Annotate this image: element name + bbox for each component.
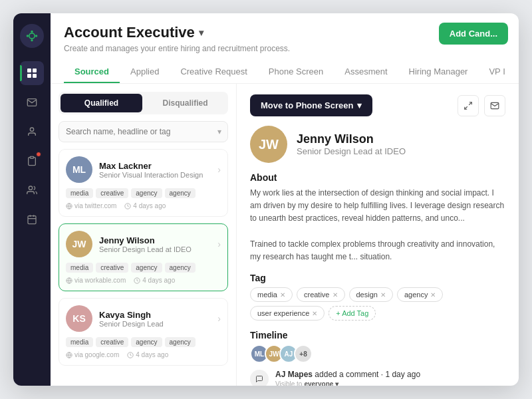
candidate-meta-jenny: via workable.com 4 days ago xyxy=(66,277,221,284)
svg-point-9 xyxy=(30,128,33,131)
remove-tag-agency[interactable]: ✕ xyxy=(430,291,436,299)
tags-section: Tag media ✕ creative ✕ design ✕ agency ✕… xyxy=(250,273,505,321)
sidebar-item-tasks[interactable] xyxy=(20,149,44,173)
svg-rect-8 xyxy=(33,74,37,78)
about-section: About My work lies at the intersection o… xyxy=(250,172,505,263)
candidate-name-kavya: Kavya Singh xyxy=(99,310,211,320)
candidate-card-jenny[interactable]: JW Jenny Wilson Senior Design Lead at ID… xyxy=(59,223,228,291)
svg-line-26 xyxy=(465,106,467,109)
timeline-avatars: ML JW AJ +8 xyxy=(250,344,505,363)
tag-agency1: agency xyxy=(131,188,162,198)
tab-sourced[interactable]: Sourced xyxy=(64,61,120,83)
timeline-more-badge: +8 xyxy=(294,344,313,363)
detail-panel: Move to Phone Screen ▾ JW xyxy=(237,84,519,386)
detail-tag-media: media ✕ xyxy=(250,287,293,302)
candidate-tags-kavya: media creative agency agency xyxy=(66,337,221,347)
svg-rect-12 xyxy=(28,216,36,224)
title-chevron-icon[interactable]: ▾ xyxy=(199,27,203,38)
svg-line-25 xyxy=(469,102,471,104)
sidebar-item-calendar[interactable] xyxy=(20,207,44,231)
filter-toggle-group: Qualified Disqualified xyxy=(59,92,228,114)
tag-creative: creative xyxy=(96,188,128,198)
move-chevron-icon: ▾ xyxy=(357,100,362,110)
remove-tag-design[interactable]: ✕ xyxy=(380,291,386,299)
tab-phone[interactable]: Phone Screen xyxy=(258,61,334,83)
svg-point-2 xyxy=(31,39,33,41)
candidate-title-jenny: Senior Design Lead at IDEO xyxy=(99,245,211,253)
profile-subtitle: Senior Design Lead at IDEO xyxy=(297,146,406,156)
timeline-entry-1: AJ Mapes added a comment · 1 day ago Vis… xyxy=(250,370,505,386)
svg-point-3 xyxy=(27,35,29,37)
profile-header: JW Jenny Wilson Senior Design Lead at ID… xyxy=(250,126,505,163)
tag-agency2: agency xyxy=(165,188,196,198)
svg-rect-7 xyxy=(27,74,31,78)
action-icons xyxy=(458,95,505,116)
candidate-card-max[interactable]: ML Max Lackner Senior Visual Interaction… xyxy=(59,149,228,217)
svg-rect-6 xyxy=(33,68,37,72)
detail-tags: media ✕ creative ✕ design ✕ agency ✕ use… xyxy=(250,287,505,321)
sidebar-item-grid[interactable] xyxy=(20,61,44,85)
svg-point-0 xyxy=(29,33,35,39)
tab-hiring[interactable]: Hiring Manager xyxy=(398,61,479,83)
about-text: My work lies at the intersection of desi… xyxy=(250,187,505,263)
candidate-name-jenny: Jenny Wilson xyxy=(99,235,211,245)
main-content: Add Cand... Account Executive ▾ Create a… xyxy=(51,13,519,386)
qualified-toggle[interactable]: Qualified xyxy=(61,94,142,112)
candidate-tags-max: media creative agency agency xyxy=(66,188,221,198)
email-icon[interactable] xyxy=(484,95,505,116)
search-input[interactable] xyxy=(59,121,228,142)
detail-tag-design: design ✕ xyxy=(349,287,393,302)
avatar-jenny: JW xyxy=(66,231,92,257)
candidate-tags-jenny: media creative agency agency xyxy=(66,263,221,273)
sidebar-item-team[interactable] xyxy=(20,178,44,202)
detail-tag-creative: creative ✕ xyxy=(297,287,345,302)
tab-vp[interactable]: VP Interview xyxy=(478,61,505,83)
svg-rect-10 xyxy=(30,156,33,158)
search-container: ▾ xyxy=(59,121,228,142)
card-chevron-jenny: › xyxy=(217,239,221,249)
candidate-title-kavya: Senior Design Lead xyxy=(99,320,211,328)
body-area: Qualified Disqualified ▾ ML Max Lackner … xyxy=(51,84,519,386)
candidate-name-max: Max Lackner xyxy=(99,161,211,171)
sidebar-item-profile[interactable] xyxy=(20,120,44,144)
add-tag-button[interactable]: + Add Tag xyxy=(329,306,376,321)
avatar-max: ML xyxy=(66,156,92,183)
add-candidate-button[interactable]: Add Cand... xyxy=(439,23,508,45)
card-chevron-max: › xyxy=(217,164,221,175)
move-to-phone-button[interactable]: Move to Phone Screen ▾ xyxy=(250,94,372,116)
sidebar-item-inbox[interactable] xyxy=(20,90,44,114)
candidates-panel: Qualified Disqualified ▾ ML Max Lackner … xyxy=(51,84,237,386)
tab-bar: Sourced Applied Creative Request Phone S… xyxy=(64,61,505,83)
tab-applied[interactable]: Applied xyxy=(120,61,170,83)
expand-icon[interactable] xyxy=(458,95,479,116)
about-title: About xyxy=(250,172,505,183)
disqualified-toggle[interactable]: Disqualified xyxy=(144,94,226,112)
page-title: Account Executive ▾ xyxy=(64,24,203,41)
search-chevron-icon: ▾ xyxy=(217,127,221,136)
sidebar-logo[interactable] xyxy=(20,24,44,48)
remove-tag-ux[interactable]: ✕ xyxy=(312,310,317,317)
candidate-meta-max: via twitter.com 4 days ago xyxy=(66,202,221,209)
avatar-kavya: KS xyxy=(66,305,92,332)
time-max: 4 days ago xyxy=(124,202,166,209)
timeline-title: Timeline xyxy=(250,330,505,340)
detail-action-bar: Move to Phone Screen ▾ xyxy=(250,94,505,116)
svg-rect-5 xyxy=(27,68,31,72)
tab-creative[interactable]: Creative Request xyxy=(170,61,257,83)
tag-section-title: Tag xyxy=(250,273,505,283)
detail-tag-ux: user experience ✕ xyxy=(250,306,325,321)
remove-tag-media[interactable]: ✕ xyxy=(280,291,285,299)
candidate-card-kavya[interactable]: KS Kavya Singh Senior Design Lead › medi… xyxy=(59,298,228,366)
profile-name: Jenny Wilson xyxy=(297,132,406,146)
page-subtitle: Create and manages your entire hiring an… xyxy=(64,44,505,53)
title-text: Account Executive xyxy=(64,24,195,41)
timeline-comment-icon xyxy=(250,370,269,386)
remove-tag-creative[interactable]: ✕ xyxy=(332,291,338,299)
tab-assessment[interactable]: Assesment xyxy=(334,61,398,83)
sidebar xyxy=(13,13,51,386)
detail-tag-agency: agency ✕ xyxy=(397,287,443,302)
visibility-note-1: Visible to everyone ▾ xyxy=(275,380,505,386)
visibility-scope-1[interactable]: everyone ▾ xyxy=(304,380,338,386)
timeline-text-1: AJ Mapes added a comment · 1 day ago xyxy=(275,370,505,379)
source-max: via twitter.com xyxy=(66,202,116,209)
